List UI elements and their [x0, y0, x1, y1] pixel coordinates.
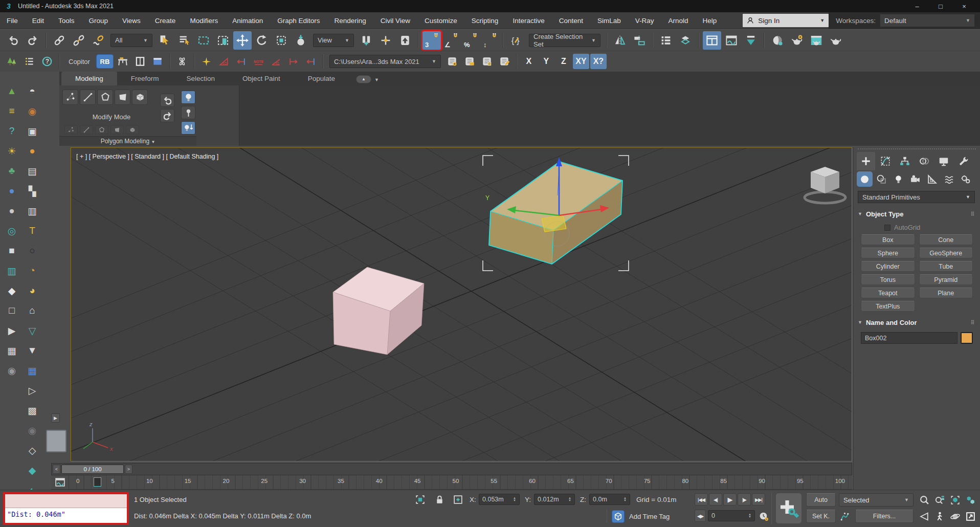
- rectangular-selection-icon[interactable]: [194, 31, 213, 50]
- help-icon[interactable]: ?: [3, 123, 20, 139]
- glass-icon[interactable]: ▽: [24, 322, 41, 339]
- add-time-tag-icon[interactable]: [612, 510, 625, 523]
- Teapot[interactable]: Teapot: [861, 288, 915, 298]
- torus-icon[interactable]: ◎: [3, 223, 20, 239]
- track-bar-ruler[interactable]: 0510152025303540455055606570758085909510…: [69, 475, 852, 489]
- toggle-ribbon-icon[interactable]: [703, 31, 721, 50]
- schematic-view-icon[interactable]: [742, 31, 760, 50]
- menu-item[interactable]: Content: [552, 17, 590, 25]
- plant-icon[interactable]: ▲: [3, 83, 20, 99]
- viewcube[interactable]: [805, 167, 845, 203]
- box-face-icon[interactable]: ▣: [24, 123, 41, 139]
- list-icon[interactable]: ≡: [3, 103, 20, 119]
- primitives-category-dropdown[interactable]: Standard Primitives▼: [858, 191, 975, 203]
- polygon-subobject-icon[interactable]: [110, 125, 124, 134]
- element-subobject-icon[interactable]: [126, 125, 139, 134]
- tab-hierarchy-icon[interactable]: [896, 152, 914, 170]
- cat-cameras-icon[interactable]: [907, 171, 923, 187]
- listener-line[interactable]: "Dist: 0.046m": [5, 508, 127, 521]
- shift-down-button[interactable]: [160, 109, 174, 122]
- select-and-manipulate-icon[interactable]: [376, 31, 395, 50]
- sphere-gray-icon[interactable]: ●: [3, 203, 20, 219]
- maximize-viewport-icon[interactable]: [964, 510, 977, 523]
- select-object-icon[interactable]: [155, 31, 174, 50]
- shift-up-button[interactable]: [160, 94, 174, 107]
- select-and-link-icon[interactable]: [50, 31, 69, 50]
- object-name-field[interactable]: [861, 332, 957, 344]
- dome-icon[interactable]: ◓: [24, 83, 41, 99]
- material-editor-icon[interactable]: [768, 31, 787, 50]
- percent-snap-icon[interactable]: %: [461, 31, 480, 50]
- vegetation-icon[interactable]: [4, 53, 20, 70]
- selection-region-icon[interactable]: [413, 493, 427, 506]
- cat-lights-icon[interactable]: [890, 171, 906, 187]
- named-selection-set-combo[interactable]: Create Selection Set▼: [529, 34, 600, 47]
- next-frame-button[interactable]: |▶: [738, 493, 751, 506]
- tab-motion-icon[interactable]: [915, 152, 933, 170]
- highlight-toggle-button[interactable]: [181, 91, 195, 104]
- filters-button[interactable]: Filters...: [855, 510, 914, 523]
- highlight-pin-button[interactable]: [181, 121, 195, 135]
- reference-coordinate-system-dropdown[interactable]: View▼: [313, 34, 354, 47]
- spinner-snap-icon[interactable]: ↕: [481, 31, 499, 50]
- polygon-modeling-footer[interactable]: Polygon Modeling ▼: [59, 136, 196, 146]
- polygon-subobject-icon[interactable]: [115, 90, 130, 105]
- macro-recorder-line[interactable]: [5, 494, 127, 508]
- cat-systems-icon[interactable]: [958, 171, 974, 187]
- window-crossing-icon[interactable]: [214, 31, 232, 50]
- cat-helpers-icon[interactable]: [924, 171, 940, 187]
- clover-icon[interactable]: [174, 53, 190, 70]
- y-coord-field[interactable]: 0.012m▲▼: [534, 494, 575, 505]
- perspective-viewport[interactable]: [ + ] [ Perspective ] [ Standard ] [ Def…: [71, 147, 852, 462]
- Plane[interactable]: Plane: [919, 288, 973, 298]
- angle-snap-icon[interactable]: ∠: [442, 31, 460, 50]
- panel-icon[interactable]: ▦: [24, 362, 41, 379]
- workspace-dropdown[interactable]: Default ▼: [880, 14, 975, 27]
- select-and-scale-icon[interactable]: [272, 31, 291, 50]
- element-subobject-icon[interactable]: [132, 90, 148, 105]
- select-and-rotate-icon[interactable]: [253, 31, 271, 50]
- box-icon[interactable]: ■: [3, 243, 20, 259]
- grid2-icon[interactable]: ▩: [24, 402, 41, 419]
- menu-item[interactable]: Tools: [52, 17, 81, 25]
- spinner-icon[interactable]: ▲▼: [513, 497, 516, 502]
- sun-icon[interactable]: ☀: [3, 143, 20, 159]
- tab-create-icon[interactable]: [857, 152, 875, 170]
- selection-lock-icon[interactable]: [433, 493, 446, 506]
- menu-item[interactable]: Create: [148, 17, 183, 25]
- spinner-icon[interactable]: ▲▼: [623, 497, 627, 502]
- orange-ball-icon[interactable]: ●: [24, 143, 41, 159]
- tab-modify-icon[interactable]: [876, 152, 895, 170]
- pink-box-object[interactable]: [333, 267, 424, 355]
- lamp-icon[interactable]: ⌂: [24, 302, 41, 319]
- named-selection-sets-icon[interactable]: [507, 31, 526, 50]
- previous-frame-slider-button[interactable]: <: [53, 465, 60, 474]
- menu-item[interactable]: Modifiers: [183, 17, 225, 25]
- time-configuration-icon[interactable]: [757, 510, 770, 523]
- menu-item[interactable]: Rendering: [328, 17, 373, 25]
- ribbon-collapse-button[interactable]: ▲: [356, 75, 371, 83]
- time-slider-handle[interactable]: 0 / 100: [61, 465, 124, 474]
- plane-icon[interactable]: □: [3, 302, 20, 319]
- go-to-start-button[interactable]: |◀◀: [695, 493, 708, 506]
- name-color-rollout-header[interactable]: ▼Name and Color⠿: [858, 317, 975, 328]
- walk-through-icon[interactable]: [933, 510, 947, 523]
- project-path-dropdown[interactable]: C:\Users\Ara...3ds Max 2021▼: [329, 55, 441, 68]
- civil-view-arrow-left-icon[interactable]: [233, 53, 250, 70]
- glass2-icon[interactable]: ◇: [24, 442, 41, 458]
- toolbar-flyout-button[interactable]: ▶: [51, 413, 60, 423]
- axis-xy-button[interactable]: XY: [573, 54, 589, 69]
- zoom-icon[interactable]: [918, 493, 931, 507]
- civil-view-arrow-right-icon[interactable]: [285, 53, 302, 70]
- funnel-icon[interactable]: ▼: [24, 342, 41, 359]
- keyboard-override-toggle-icon[interactable]: [396, 31, 414, 50]
- Cone[interactable]: Cone: [919, 234, 973, 245]
- help-icon[interactable]: [39, 53, 55, 70]
- clapper-icon[interactable]: ▤: [24, 163, 41, 179]
- Object Paint[interactable]: Object Paint: [229, 72, 294, 85]
- zoom-extents-icon[interactable]: [948, 493, 962, 507]
- previous-frame-button[interactable]: ◀|: [709, 493, 722, 506]
- script-note-icon[interactable]: [479, 53, 495, 70]
- curve-editor-icon[interactable]: [722, 31, 741, 50]
- civil-view-arrow-icon[interactable]: [303, 53, 319, 70]
